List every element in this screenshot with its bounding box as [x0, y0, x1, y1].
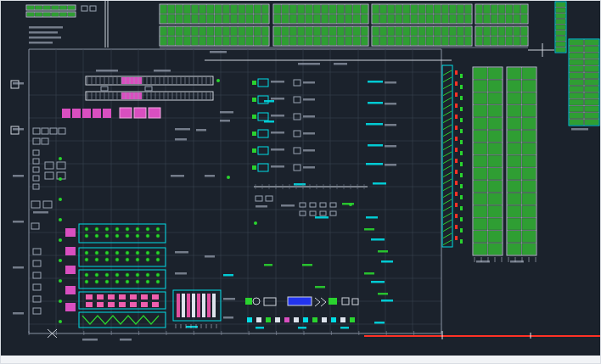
cad-viewport	[0, 0, 601, 364]
floor-plan-drawing[interactable]	[1, 1, 601, 364]
